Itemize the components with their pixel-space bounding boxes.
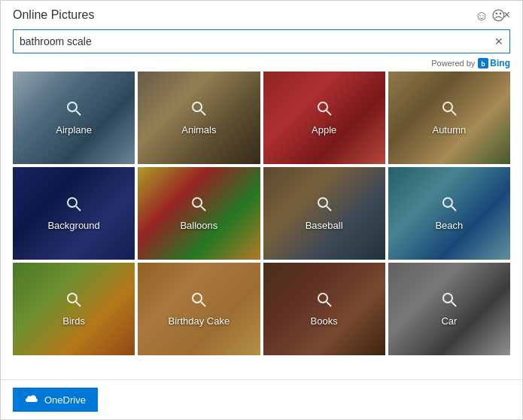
powered-by-bar: Powered by b Bing <box>1 56 522 72</box>
onedrive-button[interactable]: OneDrive <box>13 388 98 412</box>
search-icon <box>66 292 81 311</box>
close-icon[interactable]: × <box>503 8 510 22</box>
svg-point-12 <box>193 198 202 207</box>
onedrive-icon <box>25 394 38 406</box>
grid-item-label-airplane: Airplane <box>56 124 92 135</box>
search-icon <box>66 196 81 215</box>
grid-item-overlay-balloons: Balloons <box>138 167 260 260</box>
grid-item-label-balloons: Balloons <box>180 220 217 231</box>
svg-line-3 <box>76 111 81 115</box>
image-grid: Airplane Animals Apple Autumn Background… <box>13 72 510 355</box>
svg-line-7 <box>327 111 331 115</box>
svg-point-22 <box>318 294 327 303</box>
svg-point-6 <box>318 102 327 111</box>
grid-item-overlay-baseball: Baseball <box>263 167 385 260</box>
grid-item-overlay-animals: Animals <box>138 72 260 164</box>
search-icon <box>317 101 332 120</box>
grid-item-label-birds: Birds <box>62 315 85 327</box>
dialog-title: Online Pictures <box>13 8 95 22</box>
grid-item-books[interactable]: Books <box>263 263 385 355</box>
grid-item-birthday-cake[interactable]: Birthday Cake <box>138 263 260 355</box>
search-icon <box>442 101 457 120</box>
grid-item-label-car: Car <box>441 315 457 327</box>
svg-line-19 <box>76 302 81 306</box>
svg-point-16 <box>443 198 452 207</box>
grid-item-animals[interactable]: Animals <box>138 72 260 164</box>
grid-item-label-birthday-cake: Birthday Cake <box>169 315 230 327</box>
grid-item-overlay-birds: Birds <box>13 263 135 355</box>
grid-item-car[interactable]: Car <box>388 263 510 355</box>
svg-line-23 <box>327 302 331 306</box>
powered-by-label: Powered by <box>431 59 475 68</box>
bing-label: Bing <box>490 58 510 68</box>
grid-item-label-background: Background <box>47 220 99 231</box>
bing-icon: b <box>478 58 488 68</box>
grid-item-label-animals: Animals <box>181 124 216 135</box>
svg-point-8 <box>443 102 452 111</box>
svg-line-21 <box>201 302 205 306</box>
bing-logo: b Bing <box>478 58 510 68</box>
svg-point-4 <box>193 102 202 111</box>
search-input[interactable] <box>14 30 488 53</box>
svg-line-9 <box>452 111 456 115</box>
svg-point-10 <box>68 198 77 207</box>
grid-item-overlay-autumn: Autumn <box>388 72 510 164</box>
grid-item-overlay-background: Background <box>13 167 135 260</box>
svg-line-5 <box>201 111 205 115</box>
search-icon <box>442 196 457 215</box>
search-icon <box>66 101 81 120</box>
search-icon <box>442 292 457 311</box>
grid-item-baseball[interactable]: Baseball <box>263 167 385 260</box>
grid-item-label-autumn: Autumn <box>432 124 466 135</box>
onedrive-label: OneDrive <box>44 394 86 406</box>
svg-point-14 <box>318 198 327 207</box>
svg-point-20 <box>193 294 202 303</box>
grid-item-apple[interactable]: Apple <box>263 72 385 164</box>
title-bar: Online Pictures ☺ ☹ × <box>1 1 522 26</box>
grid-item-beach[interactable]: Beach <box>388 167 510 260</box>
svg-point-2 <box>68 102 77 111</box>
search-icon <box>317 292 332 311</box>
search-icon <box>191 196 206 215</box>
grid-item-overlay-apple: Apple <box>263 72 385 164</box>
grid-item-label-apple: Apple <box>312 124 336 135</box>
grid-item-label-baseball: Baseball <box>306 220 343 231</box>
svg-point-24 <box>443 294 452 303</box>
grid-item-airplane[interactable]: Airplane <box>13 72 135 164</box>
search-clear-button[interactable]: ✕ <box>488 35 509 47</box>
grid-item-autumn[interactable]: Autumn <box>388 72 510 164</box>
svg-point-18 <box>68 294 77 303</box>
grid-item-overlay-beach: Beach <box>388 167 510 260</box>
search-icon <box>191 101 206 120</box>
svg-line-25 <box>452 302 456 306</box>
svg-line-13 <box>201 206 205 211</box>
grid-item-label-books: Books <box>311 315 338 327</box>
search-bar: ✕ <box>13 29 510 53</box>
smiley-icon[interactable]: ☺ <box>474 8 489 23</box>
svg-line-15 <box>327 206 331 211</box>
search-icon <box>191 292 206 311</box>
grid-item-birds[interactable]: Birds <box>13 263 135 355</box>
svg-line-17 <box>452 206 456 211</box>
grid-item-label-beach: Beach <box>435 220 463 231</box>
svg-line-11 <box>76 206 81 211</box>
bottom-bar: OneDrive <box>1 379 522 419</box>
grid-item-overlay-birthday-cake: Birthday Cake <box>138 263 260 355</box>
grid-item-overlay-books: Books <box>263 263 385 355</box>
image-grid-container[interactable]: Airplane Animals Apple Autumn Background… <box>1 72 522 379</box>
grid-item-overlay-car: Car <box>388 263 510 355</box>
search-icon <box>317 196 332 215</box>
svg-text:b: b <box>482 60 486 68</box>
grid-item-overlay-airplane: Airplane <box>13 72 135 164</box>
grid-item-balloons[interactable]: Balloons <box>138 167 260 260</box>
grid-item-background[interactable]: Background <box>13 167 135 260</box>
online-pictures-dialog: Online Pictures ☺ ☹ × ✕ Powered by b Bin… <box>0 0 523 420</box>
